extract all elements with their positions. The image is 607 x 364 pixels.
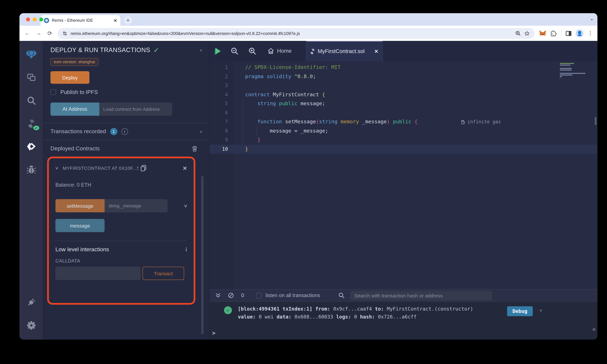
code-text: } [245,135,261,144]
load-contract-input[interactable] [99,103,172,116]
remix-logo[interactable] [26,49,37,60]
browser-menu-icon[interactable]: ⋮ [588,30,593,36]
solidity-compiler-icon[interactable]: ✓ [26,118,37,129]
message-getter-button[interactable]: message [55,219,105,232]
metamask-extension-icon[interactable] [539,30,546,37]
code-line[interactable]: 8 message = _message; [210,127,597,135]
browser-tab[interactable]: Remix - Ethereum IDE ✕ [40,15,120,26]
plugin-manager-icon[interactable] [26,297,37,308]
calldata-label: CALLDATA [55,258,187,263]
indent-guide [242,99,243,145]
close-tab-icon[interactable]: ✕ [374,48,378,54]
side-panel-icon[interactable] [566,31,571,36]
clear-instances-trash-icon[interactable] [192,146,197,152]
home-icon [267,48,274,54]
editor-column: Home MyFirstContract.sol ✕ 1// SPDX-Lice… [210,41,597,340]
traffic-lights[interactable] [26,17,43,21]
remove-instance-icon[interactable]: ✕ [183,165,187,171]
calldata-input[interactable] [55,267,141,280]
reload-button[interactable]: ⟳ [47,30,53,37]
low-level-info-icon[interactable]: i [185,246,187,253]
site-settings-icon[interactable] [62,31,67,36]
editor-scrollbar[interactable] [595,117,596,125]
divider [55,241,187,241]
screen: Remix - Ethereum IDE ✕ + ⌄ ← → ⟳ remix.e… [0,0,607,364]
gas-estimate-note: infinite gas [461,117,501,127]
transactions-expand-icon[interactable]: › [200,128,202,135]
collapse-terminal-icon[interactable] [215,293,221,298]
editor-minimap[interactable] [560,63,586,79]
code-editor[interactable]: 1// SPDX-License-Identifier: MIT2pragma … [210,61,597,289]
zoom-out-icon[interactable] [231,47,238,55]
transactions-info-icon[interactable]: i [121,128,128,135]
contract-instance-header[interactable]: ˅ MYFIRSTCONTRACT AT 0X10F...5 ✕ [55,165,187,171]
publish-ipfs-label: Publish to IPFS [60,89,98,95]
transactions-recorded-row[interactable]: Transactions recorded 1 i › [51,123,202,140]
at-address-button[interactable]: At Address [51,103,99,116]
transaction-log: ✓ [block:4994361 txIndex:1] from: 0x9cf.… [210,302,597,321]
contract-collapse-icon[interactable]: ˅ [55,166,58,171]
expand-log-icon[interactable]: ˅ [539,307,542,313]
panel-scrollbar[interactable] [201,176,204,334]
tab-home[interactable]: Home [267,48,292,54]
code-line[interactable]: 6 [210,108,597,117]
transact-button[interactable]: Transact [143,267,184,280]
forward-button[interactable]: → [35,30,42,37]
panel-title: DEPLOY & RUN TRANSACTIONS [51,47,150,54]
profile-avatar[interactable]: 👤 [576,29,584,37]
publish-ipfs-checkbox[interactable] [51,89,56,95]
icon-rail: ✓ [19,41,43,340]
deploy-button[interactable]: Deploy [51,71,89,84]
terminal-toolbar: 0 listen on all transactions [210,289,597,302]
address-bar[interactable]: remix.ethereum.org/#lang=en&optimize=fal… [58,28,534,39]
file-explorer-icon[interactable] [26,72,37,83]
terminal-search-input[interactable] [351,291,492,300]
code-line[interactable]: 1// SPDX-License-Identifier: MIT [210,63,597,72]
debug-button[interactable]: Debug [507,306,533,316]
tab-close-icon[interactable]: ✕ [114,18,117,23]
zoom-page-icon[interactable] [515,30,521,36]
publish-ipfs-row: Publish to IPFS [51,89,202,95]
tx-log-text[interactable]: [block:4994361 txIndex:1] from: 0x9cf...… [238,305,502,321]
debug-controls: Debug ˅ [507,306,542,321]
contract-balance: Balance: 0 ETH [55,182,187,188]
back-button[interactable]: ← [24,30,31,37]
copy-address-icon[interactable] [141,165,146,171]
new-tab-button[interactable]: + [124,16,132,25]
panel-expand-icon[interactable]: › [200,47,202,53]
listen-transactions-checkbox[interactable] [256,293,262,298]
zoom-in-icon[interactable] [248,47,256,55]
tab-title: Remix - Ethereum IDE [52,18,111,23]
toolbar-divider [561,30,561,37]
settings-gear-icon[interactable] [26,320,37,331]
code-line[interactable]: 7 function setMessage(string memory _mes… [210,117,597,127]
terminal-prompt[interactable]: > [212,330,216,336]
code-line[interactable]: 5 string public message; [210,99,597,108]
bookmark-star-icon[interactable] [524,30,530,36]
url-text[interactable]: remix.ethereum.org/#lang=en&optimize=fal… [71,31,512,36]
tab-myfirstcontract[interactable]: MyFirstContract.sol ✕ [306,41,383,61]
zoom-window-button[interactable] [39,17,43,21]
line-number: 10 [210,144,233,154]
code-text: contract MyFirstContract { [245,90,325,99]
run-script-icon[interactable] [215,48,221,54]
close-window-button[interactable] [26,17,30,21]
deploy-run-icon[interactable] [26,141,37,152]
code-line[interactable]: 4contract MyFirstContract { [210,90,597,99]
terminal-scrollbar-thumb[interactable] [593,328,595,331]
extensions-puzzle-icon[interactable] [551,30,557,37]
tab-strip-chevron-icon[interactable]: ⌄ [590,16,594,21]
set-message-button[interactable]: setMessage [55,199,105,212]
code-line[interactable]: 2pragma solidity ^0.8.0; [210,72,597,81]
evm-version-badge: evm version: shanghai [51,58,98,66]
clear-console-icon[interactable] [228,292,234,299]
set-message-input[interactable] [105,199,168,212]
debugger-icon[interactable] [26,164,37,175]
minimize-window-button[interactable] [33,17,37,21]
code-line[interactable]: 3 [210,81,597,90]
code-lines: 1// SPDX-License-Identifier: MIT2pragma … [210,61,597,154]
code-line[interactable]: 10} [210,144,597,154]
code-line[interactable]: 9 } [210,135,597,144]
expand-args-icon[interactable]: ˅ [184,203,187,208]
search-icon[interactable] [26,95,37,106]
